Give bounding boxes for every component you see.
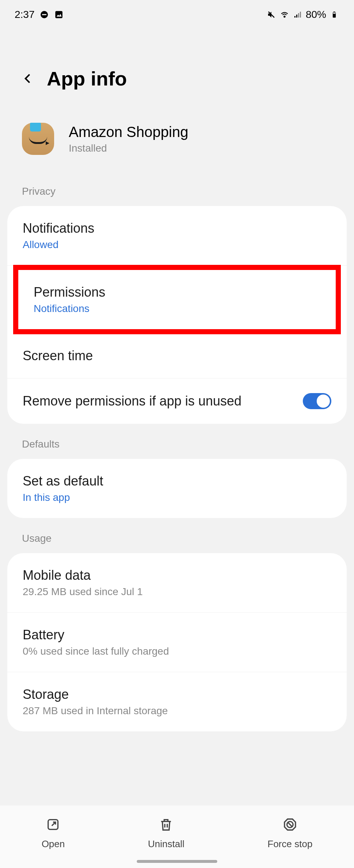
permissions-sub: Notifications — [34, 303, 320, 315]
battery-title: Battery — [23, 627, 331, 643]
svg-rect-2 — [55, 11, 63, 18]
dnd-icon — [39, 9, 49, 20]
mobile-data-item[interactable]: Mobile data 29.25 MB used since Jul 1 — [7, 553, 347, 613]
notifications-sub: Allowed — [23, 239, 331, 251]
section-header-privacy: Privacy — [0, 177, 354, 206]
notifications-title: Notifications — [23, 221, 331, 236]
battery-sub: 0% used since last fully charged — [23, 646, 331, 657]
section-header-usage: Usage — [0, 524, 354, 553]
usage-card: Mobile data 29.25 MB used since Jul 1 Ba… — [7, 553, 347, 731]
storage-sub: 287 MB used in Internal storage — [23, 705, 331, 717]
svg-rect-5 — [294, 16, 295, 18]
svg-line-14 — [288, 822, 292, 827]
highlight-box: Permissions Notifications — [13, 265, 341, 334]
remove-perms-title: Remove permissions if app is unused — [23, 393, 303, 409]
stop-icon — [282, 816, 298, 833]
defaults-card: Set as default In this app — [7, 459, 347, 518]
battery-item[interactable]: Battery 0% used since last fully charged — [7, 613, 347, 672]
signal-icon — [293, 9, 303, 20]
bottom-bar: Open Uninstall Force stop — [0, 806, 354, 868]
svg-rect-8 — [300, 12, 301, 18]
privacy-card: Notifications Allowed Permissions Notifi… — [7, 206, 347, 424]
open-label: Open — [42, 838, 65, 850]
remove-perms-toggle[interactable] — [303, 393, 331, 409]
battery-icon — [329, 9, 339, 20]
set-default-title: Set as default — [23, 473, 331, 489]
remove-perms-item[interactable]: Remove permissions if app is unused — [7, 378, 347, 424]
mute-icon — [266, 9, 276, 20]
status-time: 2:37 — [15, 9, 35, 20]
app-name: Amazon Shopping — [69, 124, 188, 140]
open-icon — [45, 816, 61, 833]
section-header-defaults: Defaults — [0, 430, 354, 459]
open-button[interactable]: Open — [42, 816, 65, 850]
svg-rect-7 — [298, 13, 299, 18]
mobile-data-sub: 29.25 MB used since Jul 1 — [23, 586, 331, 598]
battery-percent: 80% — [306, 9, 326, 20]
force-stop-button[interactable]: Force stop — [268, 816, 313, 850]
storage-title: Storage — [23, 687, 331, 702]
force-stop-label: Force stop — [268, 838, 313, 850]
status-bar: 2:37 80% — [0, 0, 354, 23]
mobile-data-title: Mobile data — [23, 568, 331, 583]
permissions-item[interactable]: Permissions Notifications — [18, 270, 336, 329]
wifi-icon — [279, 9, 290, 20]
uninstall-label: Uninstall — [148, 838, 185, 850]
back-button[interactable] — [20, 71, 35, 86]
svg-rect-11 — [333, 12, 336, 14]
screen-time-item[interactable]: Screen time — [7, 334, 347, 378]
set-default-sub: In this app — [23, 492, 331, 503]
app-header: Amazon Shopping Installed — [0, 112, 354, 177]
storage-item[interactable]: Storage 287 MB used in Internal storage — [7, 672, 347, 731]
svg-rect-6 — [296, 15, 297, 18]
notifications-item[interactable]: Notifications Allowed — [7, 206, 347, 266]
set-default-item[interactable]: Set as default In this app — [7, 459, 347, 518]
svg-rect-10 — [334, 12, 335, 13]
app-icon — [22, 123, 54, 155]
page-title: App info — [47, 67, 127, 90]
svg-rect-1 — [42, 14, 46, 15]
header: App info — [0, 23, 354, 112]
nav-handle[interactable] — [137, 860, 217, 863]
trash-icon — [158, 816, 174, 833]
permissions-title: Permissions — [34, 285, 320, 300]
screen-time-title: Screen time — [23, 348, 331, 363]
app-status: Installed — [69, 142, 188, 154]
image-icon — [54, 9, 64, 20]
uninstall-button[interactable]: Uninstall — [148, 816, 185, 850]
svg-point-4 — [284, 16, 285, 17]
